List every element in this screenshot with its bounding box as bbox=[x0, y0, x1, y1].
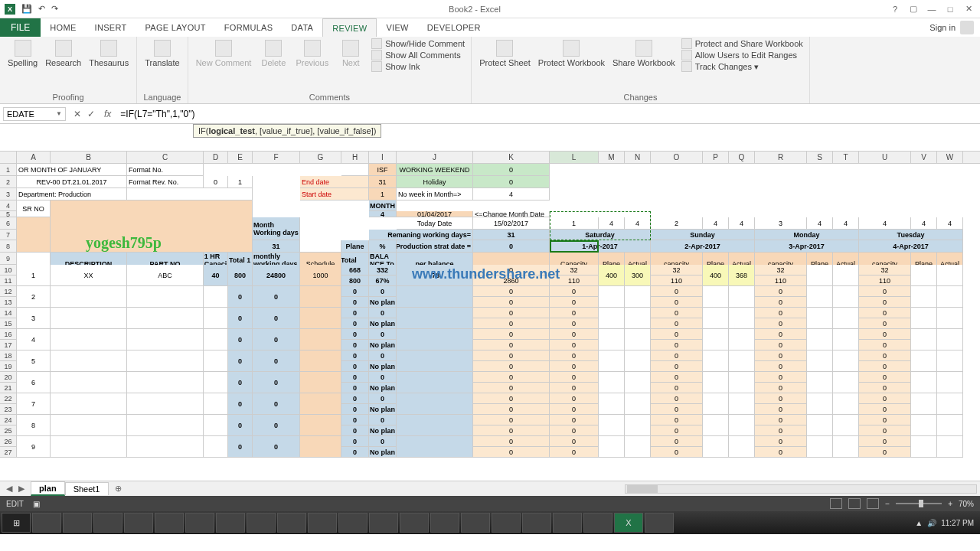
cell[interactable]: 0 bbox=[859, 393, 911, 404]
task-icon[interactable] bbox=[369, 513, 398, 533]
cell[interactable]: 0 bbox=[473, 404, 550, 415]
cell[interactable] bbox=[807, 265, 833, 286]
cell[interactable]: 4 bbox=[859, 217, 911, 230]
cell[interactable]: 0 bbox=[473, 361, 550, 372]
tab-formulas[interactable]: FORMULAS bbox=[215, 18, 283, 37]
cell[interactable]: 0 bbox=[859, 308, 911, 318]
cell[interactable]: 0 bbox=[755, 404, 807, 415]
cell[interactable]: 0 bbox=[755, 393, 807, 404]
task-icon[interactable] bbox=[124, 513, 153, 533]
cell[interactable]: 2 bbox=[651, 217, 703, 230]
cell[interactable] bbox=[300, 415, 341, 436]
cell[interactable]: No plan bbox=[369, 425, 397, 436]
name-box[interactable]: EDATE ▼ bbox=[3, 107, 66, 121]
cell[interactable] bbox=[833, 329, 859, 350]
cell[interactable]: MONTH bbox=[369, 201, 397, 211]
cell[interactable]: 0 bbox=[228, 350, 253, 372]
cell[interactable]: % bbox=[369, 240, 397, 253]
cell[interactable]: 15/02/2017 bbox=[473, 217, 550, 230]
cell[interactable] bbox=[51, 308, 127, 329]
cell[interactable]: 32 bbox=[859, 265, 911, 276]
sheet-nav-next-icon[interactable]: ▶ bbox=[18, 484, 24, 494]
cell[interactable] bbox=[127, 350, 204, 372]
row-9[interactable]: 9 bbox=[0, 253, 16, 265]
row-12[interactable]: 12 bbox=[0, 286, 16, 297]
cell[interactable]: 0 bbox=[341, 361, 369, 372]
cell[interactable]: 0 bbox=[369, 415, 397, 425]
task-icon[interactable] bbox=[522, 513, 551, 533]
show-ink[interactable]: Show Ink bbox=[371, 61, 465, 72]
cell[interactable] bbox=[127, 415, 204, 436]
cell[interactable]: 4 bbox=[729, 217, 755, 230]
cell[interactable]: 368 bbox=[729, 265, 755, 286]
cell[interactable] bbox=[833, 308, 859, 329]
row-2[interactable]: 2 bbox=[0, 176, 16, 188]
cell[interactable]: 1 bbox=[228, 176, 253, 188]
cell[interactable] bbox=[833, 415, 859, 436]
cell[interactable]: 4 bbox=[599, 217, 625, 230]
cell[interactable] bbox=[397, 308, 473, 329]
undo-icon[interactable]: ↶ bbox=[38, 4, 45, 14]
col-Q[interactable]: Q bbox=[729, 152, 755, 163]
cell[interactable]: 1 bbox=[550, 217, 599, 230]
cell[interactable]: 0 bbox=[341, 404, 369, 415]
cell[interactable] bbox=[937, 372, 963, 393]
cell[interactable]: 0 bbox=[651, 372, 703, 383]
zoom-in-icon[interactable]: + bbox=[948, 500, 952, 508]
cell[interactable] bbox=[599, 415, 625, 436]
task-icon[interactable] bbox=[155, 513, 184, 533]
cell[interactable]: 0 bbox=[473, 340, 550, 350]
col-E[interactable]: E bbox=[228, 152, 253, 163]
cell[interactable] bbox=[729, 308, 755, 329]
cell[interactable] bbox=[911, 436, 937, 458]
tab-review[interactable]: REVIEW bbox=[322, 18, 377, 37]
view-break-icon[interactable] bbox=[867, 498, 879, 509]
cell[interactable] bbox=[807, 436, 833, 458]
cell[interactable]: 0 bbox=[550, 361, 599, 372]
cell[interactable] bbox=[300, 350, 341, 372]
cell[interactable]: 0 bbox=[473, 286, 550, 297]
cell[interactable] bbox=[204, 436, 228, 458]
cell[interactable] bbox=[833, 436, 859, 458]
save-icon[interactable]: 💾 bbox=[21, 4, 32, 14]
cell[interactable]: 67% bbox=[369, 276, 397, 286]
cell[interactable]: 110 bbox=[859, 276, 911, 286]
row-11[interactable]: 11 bbox=[0, 276, 16, 286]
cell[interactable]: 0 bbox=[550, 372, 599, 383]
task-icon[interactable] bbox=[247, 513, 276, 533]
cell[interactable]: Format No. bbox=[127, 164, 204, 176]
cell[interactable] bbox=[729, 329, 755, 350]
cell[interactable] bbox=[911, 286, 937, 308]
cell[interactable]: 0 bbox=[369, 286, 397, 297]
cell[interactable]: 0 bbox=[341, 447, 369, 458]
cell[interactable]: 0 bbox=[651, 308, 703, 318]
cell[interactable] bbox=[599, 393, 625, 415]
cell[interactable] bbox=[703, 308, 729, 329]
row-1[interactable]: 1 bbox=[0, 164, 16, 176]
cell[interactable]: 0 bbox=[651, 425, 703, 436]
cell[interactable]: Plane bbox=[341, 240, 369, 253]
cell[interactable] bbox=[204, 372, 228, 393]
cell[interactable] bbox=[204, 308, 228, 329]
cell[interactable]: 0 bbox=[341, 372, 369, 383]
cell[interactable] bbox=[300, 372, 341, 393]
cell[interactable] bbox=[599, 436, 625, 458]
cell[interactable]: 800 bbox=[228, 265, 253, 286]
col-J[interactable]: J bbox=[397, 152, 473, 163]
cell[interactable] bbox=[703, 415, 729, 436]
cell[interactable] bbox=[51, 415, 127, 436]
cell[interactable]: 0 bbox=[228, 308, 253, 329]
cell[interactable]: 4 bbox=[911, 217, 937, 230]
cell[interactable]: 0 bbox=[369, 436, 397, 447]
cell[interactable] bbox=[937, 436, 963, 458]
cell[interactable] bbox=[833, 393, 859, 415]
cell[interactable]: 0 bbox=[550, 297, 599, 308]
cell[interactable]: 0 bbox=[755, 383, 807, 393]
cell[interactable]: 0 bbox=[755, 415, 807, 425]
cell[interactable] bbox=[937, 308, 963, 329]
col-K[interactable]: K bbox=[473, 152, 550, 163]
cell[interactable]: 800 bbox=[341, 276, 369, 286]
task-icon[interactable] bbox=[492, 513, 521, 533]
cell[interactable] bbox=[397, 329, 473, 350]
cell[interactable]: XX bbox=[51, 265, 127, 286]
